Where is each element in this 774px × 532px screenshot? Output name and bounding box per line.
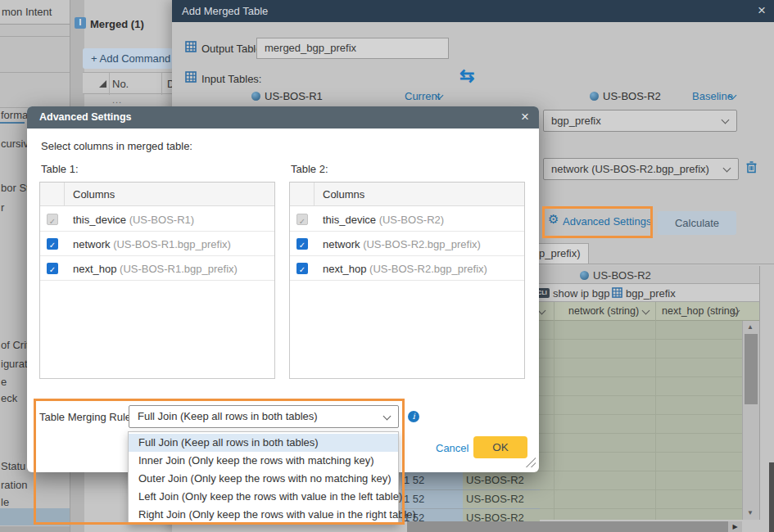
checkbox-column bbox=[290, 183, 315, 206]
background-item[interactable]: r bbox=[1, 201, 4, 214]
table-icon bbox=[612, 287, 622, 300]
column-name: this_device bbox=[73, 214, 129, 226]
background-item[interactable]: of Crit bbox=[1, 339, 29, 351]
table-select[interactable]: bgp_prefix bbox=[543, 110, 737, 132]
add-merged-table-header: Add Merged Table × bbox=[172, 0, 774, 22]
column-header[interactable]: network (string) bbox=[568, 305, 639, 317]
trash-icon[interactable] bbox=[745, 160, 758, 176]
preview-source-row: CLI show ip bgp bgp_prefix bbox=[532, 284, 759, 302]
resize-grip[interactable] bbox=[525, 457, 536, 467]
output-table-input[interactable]: merged_bgp_prefix bbox=[256, 38, 449, 59]
column-name: network bbox=[73, 238, 113, 250]
advanced-settings-header[interactable]: Advanced Settings × bbox=[27, 106, 539, 128]
checkbox-disabled: ✓ bbox=[296, 214, 308, 225]
output-table-label: Output Table: bbox=[201, 43, 265, 55]
sort-triangle-icon[interactable] bbox=[99, 80, 106, 88]
intent-icon: I bbox=[75, 17, 86, 29]
divider bbox=[655, 302, 656, 520]
preview-device-header: US-BOS-R2 bbox=[532, 266, 759, 284]
background-item[interactable]: forma bbox=[1, 109, 28, 121]
dialog-title: Advanced Settings bbox=[39, 111, 132, 123]
horizontal-scrollbar[interactable]: ▶ bbox=[407, 521, 742, 532]
background-item[interactable]: e bbox=[1, 376, 7, 388]
device2-mode-dropdown[interactable]: Baseline bbox=[692, 90, 733, 102]
cell: US-BOS-R2 bbox=[463, 490, 540, 508]
key-column-select[interactable]: network (US-BOS-R2.bgp_prefix) bbox=[543, 158, 739, 180]
background-item[interactable]: Statu bbox=[1, 460, 25, 472]
scroll-right-icon[interactable]: ▶ bbox=[728, 521, 742, 532]
table2-label: Table 2: bbox=[291, 163, 328, 175]
device1-name: US-BOS-R1 bbox=[265, 90, 323, 102]
column-source: (US-BOS-R2.bgp_prefix) bbox=[363, 238, 481, 250]
row-ellipsis: ... bbox=[112, 95, 122, 105]
column-row: ✓ next_hop (US-BOS-R2.bgp_prefix) bbox=[290, 256, 524, 281]
divider bbox=[516, 264, 774, 264]
background-item[interactable]: eck bbox=[1, 392, 17, 404]
scrollbar-thumb[interactable] bbox=[745, 334, 758, 404]
checkbox-disabled: ✓ bbox=[47, 214, 58, 225]
active-tab-underline bbox=[0, 122, 25, 124]
chevron-down-icon[interactable] bbox=[642, 307, 650, 315]
chevron-down-icon[interactable] bbox=[538, 307, 546, 315]
checkbox-column bbox=[40, 183, 65, 206]
background-table-rows: 1 52 US-BOS-R2 1 52 US-BOS-R2 1 52 US-BO… bbox=[401, 471, 540, 521]
cell: US-BOS-R2 bbox=[463, 471, 540, 489]
checkbox-checked[interactable]: ✓ bbox=[47, 238, 58, 250]
dialog-title: Add Merged Table bbox=[182, 5, 268, 17]
window-edge bbox=[769, 462, 774, 532]
table-icon bbox=[185, 41, 197, 52]
vertical-scrollbar[interactable]: ▲ ▼ bbox=[742, 321, 759, 520]
divider bbox=[161, 73, 162, 95]
checkbox-checked[interactable]: ✓ bbox=[47, 263, 58, 274]
cell: 1 52 bbox=[401, 471, 463, 489]
checkbox-checked[interactable]: ✓ bbox=[296, 263, 308, 274]
input-tables-label: Input Tables: bbox=[201, 73, 261, 85]
table1-columns: Columns ✓ this_device (US-BOS-R1) ✓ netw… bbox=[39, 182, 275, 379]
add-command-button[interactable]: + Add Command bbox=[83, 48, 173, 69]
preview-column-headers: network (string) next_hop (string) bbox=[532, 302, 759, 321]
swap-tables-icon[interactable]: ⇆ bbox=[459, 65, 474, 87]
table-icon bbox=[185, 71, 197, 83]
preview-device-name: US-BOS-R2 bbox=[593, 269, 651, 282]
background-row bbox=[0, 526, 70, 532]
divider bbox=[0, 72, 70, 73]
scroll-up-icon[interactable]: ▲ bbox=[747, 323, 754, 331]
background-item[interactable]: ration bbox=[1, 479, 28, 491]
merged-table-header: No. D ... bbox=[83, 72, 173, 94]
column-source: (US-BOS-R2.bgp_prefix) bbox=[369, 263, 487, 275]
column-header-no[interactable]: No. bbox=[112, 78, 129, 90]
info-icon[interactable]: i bbox=[408, 411, 419, 422]
device1-mode-dropdown[interactable]: Current bbox=[405, 90, 440, 102]
background-tab[interactable]: mon Intent bbox=[0, 0, 70, 25]
device2-name: US-BOS-R2 bbox=[603, 90, 661, 102]
column-name: next_hop bbox=[323, 263, 369, 275]
background-item[interactable]: le bbox=[1, 496, 9, 508]
table2-columns: Columns ✓ this_device (US-BOS-R2) ✓ netw… bbox=[289, 182, 525, 379]
scroll-down-icon[interactable]: ▼ bbox=[747, 509, 754, 516]
column-row: ✓ next_hop (US-BOS-R1.bgp_prefix) bbox=[40, 256, 274, 281]
table-row[interactable]: 1 52 US-BOS-R2 bbox=[401, 471, 540, 490]
column-source: (US-BOS-R2) bbox=[379, 214, 444, 226]
column-header[interactable]: next_hop (string) bbox=[662, 305, 739, 317]
divider bbox=[109, 73, 110, 95]
cell: 1 52 bbox=[401, 490, 463, 508]
column-row: ✓ network (US-BOS-R2.bgp_prefix) bbox=[290, 232, 524, 256]
divider bbox=[554, 302, 554, 520]
column-row: ✓ network (US-BOS-R1.bgp_prefix) bbox=[40, 232, 274, 256]
cancel-button[interactable]: Cancel bbox=[436, 442, 468, 454]
column-source: (US-BOS-R1.bgp_prefix) bbox=[120, 263, 238, 275]
close-icon[interactable]: × bbox=[758, 2, 766, 20]
preview-table-body bbox=[532, 321, 742, 520]
device-icon bbox=[580, 271, 589, 280]
table-row[interactable]: 1 52 US-BOS-R2 bbox=[401, 490, 540, 509]
dialog-subtitle: Select columns in merged table: bbox=[41, 140, 192, 152]
checkbox-checked[interactable]: ✓ bbox=[296, 238, 308, 250]
highlight-merging-rule bbox=[34, 399, 405, 525]
ok-button[interactable]: OK bbox=[473, 436, 527, 458]
device-icon bbox=[251, 92, 260, 101]
column-row: ✓ this_device (US-BOS-R2) bbox=[290, 207, 524, 232]
table-row[interactable]: 1 52 US-BOS-R2 bbox=[401, 509, 540, 521]
column-name: network bbox=[323, 238, 363, 250]
calculate-button[interactable]: Calculate bbox=[658, 211, 736, 235]
close-icon[interactable]: × bbox=[521, 108, 529, 126]
